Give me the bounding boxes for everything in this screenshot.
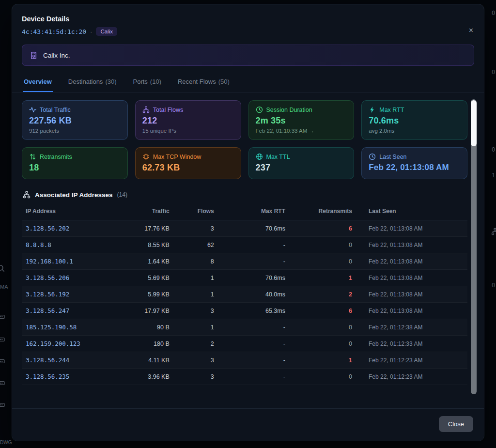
ip-link[interactable]: 3.128.56.244 xyxy=(26,356,69,364)
table-row[interactable]: 192.168.100.1 1.64 KB 8 - 0 Feb 22, 01:1… xyxy=(22,253,467,270)
tab-destinations[interactable]: Destinations (30) xyxy=(67,74,118,92)
table-row[interactable]: 3.128.56.244 4.11 KB 3 - 1 Feb 22, 01:12… xyxy=(22,352,467,369)
stat-value: 18 xyxy=(29,163,121,173)
associated-ips-table: IP Address Traffic Flows Max RTT Retrans… xyxy=(22,202,467,385)
table-row[interactable]: 8.8.8.8 8.55 KB 62 - 0 Feb 22, 01:13:08 … xyxy=(22,237,467,253)
stat-label: Retransmits xyxy=(40,154,72,160)
stat-label: Max TCP Window xyxy=(153,154,202,160)
tab-count: (30) xyxy=(105,78,116,85)
backdrop-count: 0 xyxy=(492,69,495,76)
vendor-badge: Calix xyxy=(96,27,117,36)
max-rtt-cell: - xyxy=(218,253,289,270)
stat-label: Last Seen xyxy=(379,154,406,160)
ip-link[interactable]: 8.8.8.8 xyxy=(26,241,51,248)
tab-overview[interactable]: Overview xyxy=(23,74,53,92)
last-seen-cell: Feb 22, 01:13:08 AM xyxy=(356,237,467,253)
stat-value: 212 xyxy=(142,116,234,126)
retransmits-cell: 1 xyxy=(289,270,356,286)
col-header-traffic: Traffic xyxy=(120,202,173,220)
flows-cell: 3 xyxy=(173,303,218,319)
stat-card-total-flows: Total Flows 212 15 unique IPs xyxy=(135,100,241,140)
traffic-cell: 3.96 KB xyxy=(120,369,173,385)
stat-value: Feb 22, 01:13:08 AM xyxy=(369,163,460,172)
tab-ports[interactable]: Ports (10) xyxy=(132,74,162,92)
retransmits-cell: 0 xyxy=(289,237,356,253)
chip-icon xyxy=(142,153,150,160)
stat-label: Max RTT xyxy=(379,107,404,113)
col-header-ip: IP Address xyxy=(22,202,120,220)
table-row[interactable]: 3.128.56.206 5.69 KB 1 70.6ms 1 Feb 22, … xyxy=(22,270,467,286)
traffic-cell: 17.76 KB xyxy=(120,220,173,237)
table-row[interactable]: 3.128.56.202 17.76 KB 3 70.6ms 6 Feb 22,… xyxy=(22,220,467,237)
max-rtt-cell: - xyxy=(218,336,289,352)
tab-recent-flows[interactable]: Recent Flows (50) xyxy=(177,74,231,92)
max-rtt-cell: 40.0ms xyxy=(218,286,289,303)
tab-label: Ports xyxy=(133,78,148,85)
building-icon xyxy=(30,51,38,60)
associated-ips-section-header: Associated IP Addresses (14) xyxy=(23,191,467,199)
flows-cell: 2 xyxy=(173,336,218,352)
section-title: Associated IP Addresses xyxy=(35,191,113,199)
backdrop-bottom-label: DWG xyxy=(0,440,12,445)
stat-card-total-traffic: Total Traffic 227.56 KB 912 packets xyxy=(22,100,128,140)
table-row[interactable]: 185.125.190.58 90 B 1 - 0 Feb 22, 01:12:… xyxy=(22,319,467,336)
tab-count: (50) xyxy=(218,78,230,85)
stat-card-retransmits: Retransmits 18 xyxy=(22,147,128,179)
flows-cell: 62 xyxy=(173,237,218,253)
stat-grid: Total Traffic 227.56 KB 912 packets Tota… xyxy=(22,100,467,179)
device-identity-row: 4c:43:41:5d:1c:20 · Calix xyxy=(22,27,474,36)
col-header-max-rtt: Max RTT xyxy=(218,202,289,220)
scrollbar[interactable] xyxy=(471,99,477,394)
clock-icon xyxy=(256,106,263,113)
table-row[interactable]: 3.128.56.192 5.99 KB 1 40.0ms 2 Feb 22, … xyxy=(22,286,467,303)
modal-header: Device Details 4c:43:41:5d:1c:20 · Calix… xyxy=(12,4,484,44)
traffic-cell: 5.69 KB xyxy=(120,270,173,286)
flows-icon xyxy=(142,106,150,113)
ip-link[interactable]: 3.128.56.206 xyxy=(26,274,69,281)
ip-link[interactable]: 185.125.190.58 xyxy=(26,324,77,331)
stat-card-session-duration: Session Duration 2m 35s Feb 22, 01:10:33… xyxy=(248,100,355,140)
stat-sub: 912 packets xyxy=(29,128,121,134)
scrollbar-thumb[interactable] xyxy=(471,100,477,146)
traffic-cell: 5.99 KB xyxy=(120,286,173,303)
last-seen-cell: Feb 22, 01:12:33 AM xyxy=(356,336,467,352)
arrows-up-down-icon xyxy=(29,153,36,160)
retransmits-cell: 0 xyxy=(289,319,356,336)
last-seen-cell: Feb 22, 01:13:08 AM xyxy=(356,270,467,286)
col-header-retransmits: Retransmits xyxy=(289,202,356,220)
backdrop-left-label: MA xyxy=(0,284,8,290)
ip-link[interactable]: 3.128.56.247 xyxy=(26,307,69,314)
table-header-row: IP Address Traffic Flows Max RTT Retrans… xyxy=(22,202,467,220)
col-header-last-seen: Last Seen xyxy=(356,202,467,220)
ip-link[interactable]: 162.159.200.123 xyxy=(26,340,80,347)
table-row[interactable]: 3.128.56.247 17.97 KB 3 65.3ms 6 Feb 22,… xyxy=(22,303,467,319)
max-rtt-cell: - xyxy=(218,319,289,336)
last-seen-cell: Feb 22, 01:12:38 AM xyxy=(356,319,467,336)
close-button[interactable]: Close xyxy=(439,416,473,432)
table-row[interactable]: 162.159.200.123 180 B 2 - 0 Feb 22, 01:1… xyxy=(22,336,467,352)
bolt-icon xyxy=(369,106,376,113)
switch-icon xyxy=(0,357,5,366)
max-rtt-cell: 70.6ms xyxy=(218,270,289,286)
max-rtt-cell: - xyxy=(218,237,289,253)
stat-label: Max TTL xyxy=(266,154,290,160)
retransmits-cell: 2 xyxy=(289,286,356,303)
table-row[interactable]: 3.128.56.235 3.96 KB 3 - 0 Feb 22, 01:12… xyxy=(22,369,467,385)
switch-icon xyxy=(0,379,5,387)
traffic-cell: 8.55 KB xyxy=(120,237,173,253)
stat-card-max-tcp-window: Max TCP Window 62.73 KB xyxy=(135,147,241,179)
switch-icon xyxy=(0,312,5,321)
last-seen-cell: Feb 22, 01:12:23 AM xyxy=(356,369,467,385)
tab-label: Destinations xyxy=(68,78,103,85)
ip-link[interactable]: 3.128.56.235 xyxy=(26,373,69,380)
traffic-cell: 90 B xyxy=(120,319,173,336)
ip-link[interactable]: 3.128.56.202 xyxy=(26,225,69,232)
retransmits-cell: 1 xyxy=(289,352,356,369)
device-details-modal: Device Details 4c:43:41:5d:1c:20 · Calix… xyxy=(12,4,484,441)
stat-sub: Feb 22, 01:10:33 AM → xyxy=(256,128,347,134)
ip-link[interactable]: 192.168.100.1 xyxy=(26,258,73,265)
close-icon[interactable]: × xyxy=(467,25,475,36)
ip-link[interactable]: 3.128.56.192 xyxy=(26,291,69,298)
traffic-cell: 17.97 KB xyxy=(120,303,173,319)
flows-cell: 3 xyxy=(173,369,218,385)
